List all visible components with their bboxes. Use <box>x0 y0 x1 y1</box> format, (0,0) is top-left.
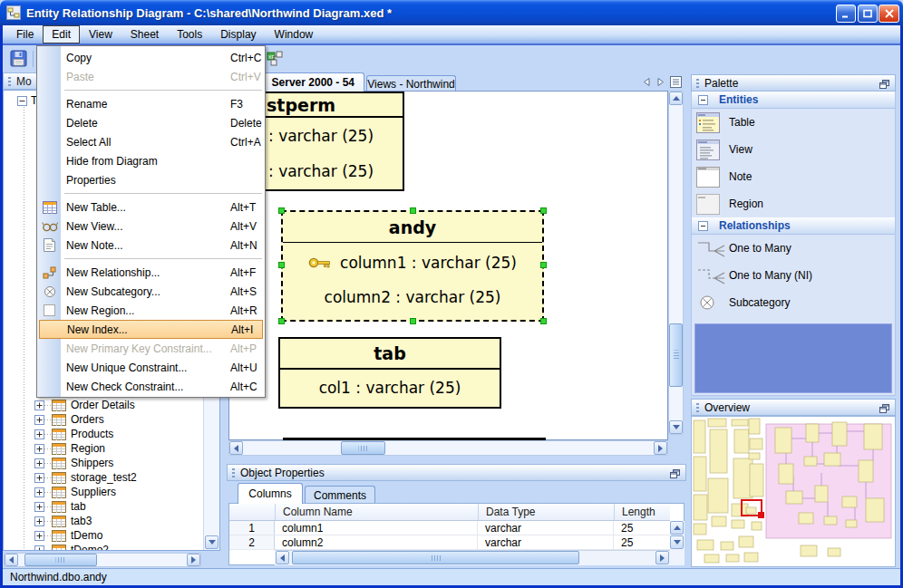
grid-vertical-scrollbar[interactable] <box>670 521 685 565</box>
expand-icon[interactable] <box>34 502 44 512</box>
menu-item[interactable]: Hide from Diagram <box>37 151 265 170</box>
selection-handle[interactable] <box>540 207 547 214</box>
tree-item[interactable]: storage_test2 <box>4 470 203 485</box>
scroll-left-button[interactable] <box>5 554 18 566</box>
entity-tab[interactable]: tab col1 : varchar (25) <box>278 337 501 409</box>
tree-item[interactable]: Suppliers <box>4 485 203 499</box>
scroll-down-button[interactable] <box>669 420 683 434</box>
expand-icon[interactable] <box>34 429 44 439</box>
overview-viewport-handle[interactable] <box>758 512 764 518</box>
menu-bar-item[interactable]: Display <box>211 25 265 43</box>
menu-item[interactable]: New Region... Alt+R <box>37 301 265 320</box>
palette-item[interactable]: View <box>692 136 895 163</box>
menu-item[interactable]: Rename F3 <box>37 94 265 113</box>
expand-icon[interactable] <box>34 444 44 454</box>
palette-header[interactable]: Palette <box>691 74 896 92</box>
collapse-icon[interactable] <box>698 95 708 105</box>
overview-minimap[interactable] <box>691 416 896 567</box>
palette-item[interactable]: One to Many <box>692 235 895 262</box>
palette-section-entities[interactable]: Entities <box>692 92 895 109</box>
palette-item[interactable]: One to Many (NI) <box>692 262 895 289</box>
expand-icon[interactable] <box>34 473 44 483</box>
float-panel-icon[interactable] <box>879 79 889 92</box>
scroll-up-button[interactable] <box>670 521 684 535</box>
menu-item[interactable]: New View... Alt+V <box>37 217 265 236</box>
scroll-right-button[interactable] <box>654 441 667 455</box>
tab-columns[interactable]: Columns <box>238 483 303 504</box>
scrollbar-thumb[interactable] <box>341 441 385 455</box>
entity-testperm[interactable]: stperm : varchar (25) : varchar (25) <box>245 92 404 191</box>
selection-handle[interactable] <box>540 318 547 324</box>
menu-item[interactable]: Delete Delete <box>37 113 265 132</box>
scroll-down-button[interactable] <box>205 535 218 549</box>
menu-item[interactable]: Copy Ctrl+C <box>37 48 265 67</box>
collapse-icon[interactable] <box>698 221 708 231</box>
tree-item[interactable]: Orders <box>4 412 203 427</box>
collapse-icon[interactable] <box>17 96 27 106</box>
menu-item[interactable]: New Subcategory... Alt+S <box>37 282 265 301</box>
expand-icon[interactable] <box>34 487 44 497</box>
scrollbar-thumb[interactable] <box>669 323 683 387</box>
cell-length[interactable]: 25 <box>614 521 670 535</box>
tree-item[interactable]: Shippers <box>4 456 203 470</box>
canvas-vertical-scrollbar[interactable] <box>668 91 684 435</box>
tree-item[interactable]: tDemo <box>4 528 203 543</box>
expand-icon[interactable] <box>34 400 44 410</box>
entity-andy[interactable]: andy column1 : varchar (25) column2 : va… <box>281 210 544 322</box>
menu-bar-item[interactable]: Edit <box>43 25 80 43</box>
selection-handle[interactable] <box>278 318 285 324</box>
palette-item[interactable]: Table <box>692 109 895 136</box>
grid-horizontal-scrollbar[interactable] <box>275 550 670 565</box>
expand-icon[interactable] <box>34 516 44 526</box>
menu-item[interactable]: New Relationship... Alt+F <box>37 263 265 282</box>
tab-comments[interactable]: Comments <box>305 486 375 504</box>
tree-item[interactable]: Region <box>4 441 203 456</box>
menu-bar-item[interactable]: Tools <box>168 25 211 43</box>
maximize-button[interactable] <box>858 5 878 23</box>
palette-item[interactable]: Subcategory <box>692 289 895 316</box>
selection-handle[interactable] <box>278 207 285 214</box>
tree-item[interactable]: tab3 <box>4 514 203 528</box>
tree-root-node[interactable]: T <box>17 94 37 107</box>
tree-item[interactable]: Order Details <box>4 398 203 412</box>
menu-bar-item[interactable]: Sheet <box>121 25 168 43</box>
cell-data-type[interactable]: varchar <box>478 521 614 535</box>
tree-horizontal-scrollbar[interactable] <box>4 553 201 567</box>
float-panel-icon[interactable] <box>879 403 889 416</box>
cell-column-name[interactable]: column2 <box>275 535 478 549</box>
menu-bar-item[interactable]: File <box>7 25 43 43</box>
tab-scroll-left-icon[interactable] <box>640 76 653 88</box>
canvas-horizontal-scrollbar[interactable] <box>228 440 668 456</box>
expand-icon[interactable] <box>34 458 44 468</box>
scroll-right-button[interactable] <box>187 554 200 566</box>
selection-handle[interactable] <box>410 318 416 324</box>
menu-item[interactable]: New Unique Constraint... Alt+U <box>37 358 265 377</box>
tab-list-icon[interactable] <box>669 76 682 88</box>
scrollbar-thumb[interactable] <box>24 554 97 566</box>
scroll-left-button[interactable] <box>276 551 289 564</box>
cell-column-name[interactable]: column1 <box>275 521 478 535</box>
expand-icon[interactable] <box>34 531 44 541</box>
menu-bar-item[interactable]: Window <box>266 25 323 43</box>
cell-length[interactable]: 25 <box>614 535 670 549</box>
menu-item[interactable]: Paste Ctrl+V <box>37 67 265 86</box>
diagram-tab-views[interactable]: Views - Northwind <box>366 75 456 92</box>
cell-data-type[interactable]: varchar <box>478 535 614 549</box>
scrollbar-thumb[interactable] <box>292 551 579 564</box>
object-properties-header[interactable]: Object Properties <box>227 464 686 481</box>
tree-item[interactable]: Products <box>4 427 203 441</box>
menu-item[interactable]: New Note... Alt+N <box>37 236 265 255</box>
close-button[interactable] <box>879 5 899 23</box>
palette-item[interactable]: Region <box>692 190 895 217</box>
expand-icon[interactable] <box>34 545 44 552</box>
scroll-up-button[interactable] <box>669 92 683 105</box>
selection-handle[interactable] <box>410 207 416 214</box>
selection-handle[interactable] <box>540 262 547 268</box>
scroll-down-button[interactable] <box>670 535 684 549</box>
float-panel-icon[interactable] <box>670 468 680 481</box>
tab-scroll-right-icon[interactable] <box>655 76 667 88</box>
menu-item[interactable]: New Table... Alt+T <box>37 198 265 217</box>
menu-bar-item[interactable]: View <box>80 25 121 43</box>
scroll-left-button[interactable] <box>229 441 243 455</box>
menu-item[interactable]: New Primary Key Constraint... Alt+P <box>37 339 265 358</box>
